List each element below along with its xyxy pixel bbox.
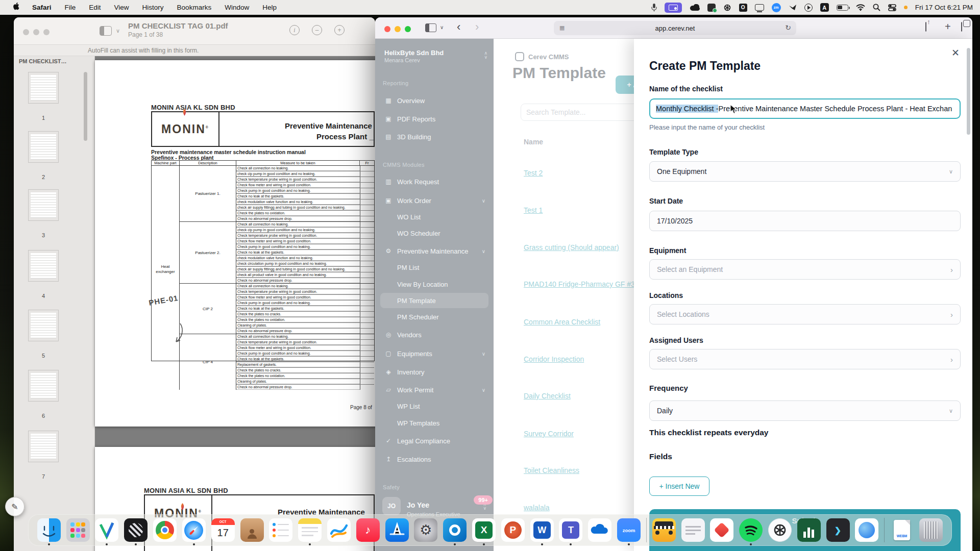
zoom-in-icon[interactable]: + <box>334 25 345 35</box>
close-icon[interactable]: ✕ <box>951 47 960 59</box>
dock-spotify-icon[interactable] <box>739 518 763 542</box>
dock-safari-icon[interactable] <box>182 518 206 542</box>
dock-system-settings-icon[interactable]: ⚙ <box>414 518 437 542</box>
dock-trash-icon[interactable] <box>919 518 943 542</box>
teams-status-icon[interactable] <box>707 3 716 12</box>
back-button[interactable]: ‹ <box>457 20 460 34</box>
insert-new-button[interactable]: + Insert New <box>649 477 709 496</box>
dock-launchpad-icon[interactable] <box>66 518 90 542</box>
page-thumbnail-4[interactable] <box>28 250 59 282</box>
window-controls[interactable] <box>384 25 415 34</box>
dock-word-icon[interactable]: W <box>530 518 554 542</box>
equipment-picker[interactable]: Select an Equipment› <box>649 259 961 280</box>
template-type-select[interactable]: One Equipment∨ <box>649 161 961 182</box>
dropzone-icon[interactable] <box>789 3 797 12</box>
document-title: PM CHECKLIST TAG 01.pdf <box>128 21 228 30</box>
page-thumbnail-2[interactable] <box>28 131 59 163</box>
checklist-name-input[interactable]: Monthly Checklist - Preventive Maintenan… <box>649 98 961 119</box>
menu-bookmarks[interactable]: Bookmarks <box>170 4 218 11</box>
menu-help[interactable]: Help <box>256 4 283 11</box>
control-center-icon[interactable] <box>888 3 896 12</box>
menu-history[interactable]: History <box>136 4 170 11</box>
dock-chatgpt-icon[interactable] <box>768 518 792 542</box>
share-icon[interactable] <box>925 22 926 32</box>
chevron-down-icon[interactable]: ∨ <box>116 28 120 34</box>
running-indicator <box>135 543 137 545</box>
markup-pencil-button[interactable]: ✎ <box>5 497 24 516</box>
dock-chrome-icon[interactable] <box>153 518 177 542</box>
dock-mail-app-icon[interactable] <box>95 518 118 542</box>
frequency-select[interactable]: Daily∨ <box>649 400 961 421</box>
apple-menu-icon[interactable] <box>8 3 26 12</box>
dock-finder-icon[interactable] <box>37 518 61 542</box>
menu-view[interactable]: View <box>108 4 136 11</box>
status-bar: O zm A Fri 17 Oct 6:21 PM <box>651 3 980 12</box>
play-circle-icon[interactable] <box>804 3 813 12</box>
tab-overview-icon[interactable] <box>961 22 962 32</box>
dock-contacts-icon[interactable] <box>240 518 264 542</box>
window-controls[interactable] <box>23 28 54 37</box>
dock-onedrive-icon[interactable] <box>588 518 611 542</box>
creative-cloud-icon[interactable] <box>690 3 700 12</box>
monin-logo: MONIN® <box>152 112 219 146</box>
pdf-measure-row: Check temperature probe wiring in good c… <box>236 340 374 345</box>
address-bar[interactable]: ▦ app.cerev.net ↻ <box>554 21 796 35</box>
thumbnail-scrollbar[interactable] <box>84 72 87 141</box>
outlook-status-icon[interactable]: O <box>739 3 747 12</box>
dock-reminders-icon[interactable] <box>269 518 292 542</box>
dock-dark-circle-app-icon[interactable] <box>124 518 148 542</box>
page-thumbnail-5[interactable] <box>28 310 59 341</box>
locations-picker[interactable]: Select Locations› <box>649 304 961 324</box>
sidebar-toggle-icon[interactable] <box>100 26 112 36</box>
assigned-users-picker[interactable]: Select Users› <box>649 349 961 369</box>
start-date-input[interactable]: 17/10/2025 <box>649 211 961 231</box>
drawer-scrollbar[interactable] <box>967 48 970 135</box>
dock-teams-icon[interactable]: T <box>559 518 582 542</box>
dock-dark-app-icon[interactable]: ❯ <box>826 518 850 542</box>
modal-scrim[interactable] <box>375 39 634 551</box>
reload-icon[interactable]: ↻ <box>785 23 791 32</box>
dock-taxi-app-icon[interactable] <box>652 518 676 542</box>
info-icon[interactable]: i <box>289 25 300 35</box>
dock-sheets-green-icon[interactable] <box>797 518 821 542</box>
dock-notes-icon[interactable] <box>298 518 322 542</box>
chatgpt-icon[interactable] <box>723 3 731 12</box>
zoom-status-icon[interactable]: zm <box>772 3 781 12</box>
wifi-icon[interactable] <box>856 3 865 12</box>
a-keyboard-icon[interactable]: A <box>820 3 829 12</box>
pdf-measure-row: Check all connection no leaking. <box>236 284 374 289</box>
dock-freeform-icon[interactable] <box>327 518 351 542</box>
chevron-down-icon[interactable]: ∨ <box>440 24 444 30</box>
microphone-icon[interactable] <box>651 3 657 12</box>
menu-clock[interactable]: Fri 17 Oct 6:21 PM <box>915 4 973 11</box>
menu-safari[interactable]: Safari <box>26 4 58 11</box>
menu-window[interactable]: Window <box>218 4 256 11</box>
dock-webm-file-icon[interactable]: WEBM <box>890 518 914 542</box>
menu-file[interactable]: File <box>58 4 83 11</box>
display-icon[interactable] <box>755 3 764 12</box>
page-thumbnail-6[interactable] <box>28 370 59 402</box>
dock-outlook-icon[interactable] <box>443 518 467 542</box>
spotlight-icon[interactable] <box>873 3 880 12</box>
sidebar-toggle-icon[interactable] <box>425 23 436 32</box>
menu-edit[interactable]: Edit <box>82 4 107 11</box>
page-thumbnail-7[interactable] <box>28 431 59 462</box>
forward-button[interactable]: › <box>475 20 479 34</box>
screen-mirroring-icon[interactable] <box>665 3 682 12</box>
thumbnail-page-number: 3 <box>28 232 59 238</box>
dock-files-app-icon[interactable] <box>681 518 705 542</box>
dock-red-diamond-app-icon[interactable] <box>710 518 733 542</box>
dock-powerpoint-icon[interactable]: P <box>501 518 525 542</box>
zoom-out-icon[interactable]: – <box>312 25 322 35</box>
page-thumbnail-3[interactable] <box>28 189 59 221</box>
dock-excel-icon[interactable]: X <box>472 518 496 542</box>
dock-calendar-icon[interactable]: OCT17 <box>211 518 235 542</box>
new-tab-icon[interactable]: + <box>945 21 951 33</box>
dock-zoom-icon[interactable]: zoom <box>617 518 641 542</box>
dock-blue-browser-icon[interactable] <box>855 518 878 542</box>
page-thumbnail-1[interactable] <box>28 72 59 104</box>
page-settings-icon[interactable]: ▦ <box>559 24 565 31</box>
dock-music-icon[interactable]: ♪ <box>356 518 380 542</box>
dock-app-store-icon[interactable] <box>385 518 409 542</box>
chevron-right-icon: › <box>950 265 953 274</box>
